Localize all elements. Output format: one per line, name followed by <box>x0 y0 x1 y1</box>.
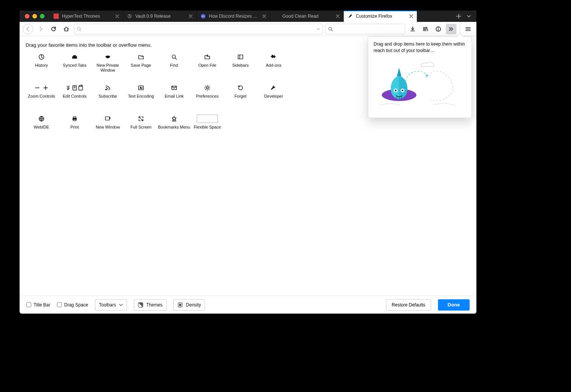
tool-label: Flexible Space <box>194 125 221 130</box>
app-menu-button[interactable] <box>463 24 473 34</box>
minimize-window-icon[interactable] <box>32 14 37 18</box>
search-input[interactable] <box>335 26 403 32</box>
zoom-icon <box>34 83 49 92</box>
tool-label: New Window <box>96 125 120 130</box>
reload-button[interactable] <box>48 24 59 34</box>
close-tab-icon[interactable] <box>262 14 267 19</box>
tool-label: Edit Controls <box>63 94 87 99</box>
density-button[interactable]: Density <box>173 299 205 311</box>
address-input[interactable] <box>84 26 314 32</box>
svg-point-11 <box>106 56 107 57</box>
tool-forget[interactable]: Forget <box>224 83 257 110</box>
open-file-icon <box>204 52 211 61</box>
tab-1[interactable]: Vault 0.9 Release <box>123 11 197 22</box>
customize-footer: Title Bar Drag Space Toolbars Themes Den… <box>20 296 476 314</box>
dropmarker-icon[interactable] <box>317 27 320 31</box>
customize-panel: Drag your favorite items into the toolba… <box>20 36 476 296</box>
overflow-panel[interactable]: Drag and drop items here to keep them wi… <box>368 36 472 118</box>
svg-point-17 <box>106 89 107 90</box>
tool-label: Find <box>170 63 178 68</box>
home-button[interactable] <box>61 24 72 34</box>
tool-zoom[interactable]: Zoom Controls <box>25 83 58 110</box>
overflow-tip-text: Drag and drop items here to keep them wi… <box>374 41 466 54</box>
downloads-button[interactable] <box>407 24 418 34</box>
done-button[interactable]: Done <box>438 299 470 311</box>
tool-addons[interactable]: Add-ons <box>257 52 290 79</box>
mask-icon <box>104 52 111 61</box>
drag-space-checkbox[interactable]: Drag Space <box>57 302 88 308</box>
svg-point-4 <box>77 27 80 30</box>
close-tab-icon[interactable] <box>335 14 340 19</box>
title-bar-checkbox[interactable]: Title Bar <box>26 302 50 308</box>
tool-label: Sidebars <box>232 63 248 68</box>
tab-actions <box>451 11 476 22</box>
svg-rect-23 <box>73 117 76 118</box>
tab-4[interactable]: Customize Firefox <box>344 11 417 22</box>
close-window-icon[interactable] <box>25 14 29 18</box>
edit-controls-icon <box>66 83 84 92</box>
vault-icon <box>127 14 132 19</box>
tab-2[interactable]: How Discord Resizes 150 Millio <box>197 11 270 22</box>
tab-title: How Discord Resizes 150 Millio <box>209 14 259 19</box>
tool-preferences[interactable]: Preferences <box>191 83 224 110</box>
tool-full-screen[interactable]: Full Screen <box>124 114 158 141</box>
zoom-window-icon[interactable] <box>40 14 44 18</box>
back-button[interactable] <box>23 24 33 34</box>
tool-webide[interactable]: WebIDE <box>25 114 58 141</box>
tool-text-encoding[interactable]: Text Encoding <box>124 83 158 110</box>
window-controls <box>20 11 50 22</box>
wrench-icon <box>270 83 277 92</box>
restore-defaults-button[interactable]: Restore Defaults <box>386 299 431 311</box>
themes-icon <box>138 302 143 308</box>
themes-button[interactable]: Themes <box>134 299 167 311</box>
new-tab-button[interactable] <box>456 14 461 19</box>
overflow-button[interactable] <box>446 24 456 34</box>
tool-history[interactable]: History <box>25 52 58 79</box>
tool-email-link[interactable]: Email Link <box>158 83 191 110</box>
close-tab-icon[interactable] <box>115 14 120 19</box>
tool-new-window[interactable]: New Window <box>91 114 124 141</box>
close-tab-icon[interactable] <box>409 14 414 19</box>
forward-button[interactable] <box>35 24 46 34</box>
close-tab-icon[interactable] <box>188 14 193 19</box>
svg-point-29 <box>395 90 396 91</box>
puzzle-icon <box>270 52 277 61</box>
tool-edit-controls[interactable]: Edit Controls <box>58 83 91 110</box>
tool-developer[interactable]: Developer <box>257 83 290 110</box>
tool-label: Bookmarks Menu <box>158 125 190 130</box>
tool-synced-tabs[interactable]: Synced Tabs <box>58 52 91 79</box>
search-bar[interactable] <box>325 24 405 34</box>
density-icon <box>178 302 183 308</box>
tool-print[interactable]: Print <box>58 114 91 141</box>
forget-icon <box>237 83 244 92</box>
svg-point-7 <box>438 28 439 28</box>
tab-strip: HyperText ThronesVault 0.9 ReleaseHow Di… <box>20 11 476 22</box>
overflow-illustration <box>374 60 466 113</box>
tool-label: Email Link <box>165 94 184 99</box>
svg-rect-24 <box>73 119 76 121</box>
svg-rect-34 <box>179 304 181 306</box>
tabs: HyperText ThronesVault 0.9 ReleaseHow Di… <box>50 11 451 22</box>
all-tabs-button[interactable] <box>467 14 471 18</box>
tool-bookmarks-menu[interactable]: Bookmarks Menu <box>158 114 191 141</box>
tool-label: History <box>35 63 48 68</box>
tool-private-window[interactable]: New Private Window <box>91 52 124 79</box>
rss-icon <box>104 83 111 92</box>
tab-0[interactable]: HyperText Thrones <box>50 11 123 22</box>
clock-icon <box>38 52 45 61</box>
library-button[interactable] <box>420 24 431 34</box>
tool-label: Print <box>70 125 79 130</box>
tool-open-file[interactable]: Open File <box>191 52 224 79</box>
svg-point-3 <box>204 16 204 17</box>
tool-save-page[interactable]: Save Page <box>124 52 158 79</box>
title-bar-label: Title Bar <box>34 302 50 308</box>
tool-subscribe[interactable]: Subscribe <box>91 83 124 110</box>
tool-sidebars[interactable]: Sidebars <box>224 52 257 79</box>
synced-tabs-icon <box>71 52 78 61</box>
tool-flexible-space[interactable]: Flexible Space <box>191 114 224 141</box>
toolbars-select[interactable]: Toolbars <box>95 299 127 311</box>
tool-find[interactable]: Find <box>158 52 191 79</box>
address-bar[interactable] <box>74 24 323 34</box>
tab-3[interactable]: Good Clean Read <box>270 11 344 22</box>
page-action-button[interactable] <box>433 24 444 34</box>
